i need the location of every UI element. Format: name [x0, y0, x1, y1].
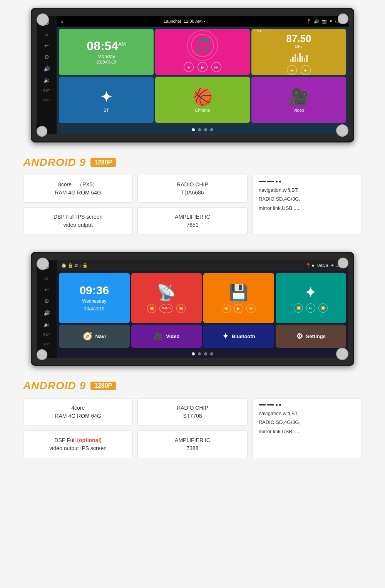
settings-side-btn-2[interactable]: ⚙: [44, 298, 49, 304]
settings-tile-2[interactable]: ⚙ Settings: [276, 325, 346, 348]
status-bar-1: ⌂ Launcher 12:00 AM • 📍 🔊 📷 ✕ ▭ ↩: [57, 16, 348, 27]
res-badge-2: 1280P: [90, 382, 116, 390]
spec-cpu-2: 4core RAM 4G ROM 64G: [23, 398, 133, 426]
video2-icon: 🎥: [153, 332, 163, 341]
camera-icon: 📷: [321, 19, 327, 24]
dot-3[interactable]: [204, 128, 207, 131]
radio-next-btn[interactable]: ⏭: [301, 65, 311, 75]
features-icons-2: [259, 404, 355, 406]
play-btn[interactable]: ▶: [198, 62, 208, 72]
optional-text: (optional): [77, 437, 102, 443]
back-side-btn[interactable]: ↩: [44, 43, 49, 48]
chrome-icon: 🏀: [192, 87, 213, 106]
r-prev-btn[interactable]: ⏪: [147, 304, 156, 313]
power-btn-2[interactable]: ⏻: [44, 264, 49, 269]
settings2-icon: ⚙: [296, 332, 303, 341]
dot-2[interactable]: [198, 128, 201, 131]
spec-amp-2: AMPLIFIER IC 7388: [137, 431, 247, 458]
launcher-grid-2: 09:36 Wednesday 10/4/2019 📡 ⏪ BAND ⏩: [57, 271, 348, 350]
m-prev-btn[interactable]: ⏪: [222, 304, 231, 313]
radio-tile[interactable]: FM1 87.50 MHz: [251, 29, 346, 75]
rst-btn-2[interactable]: RST: [43, 333, 50, 337]
vol-down-btn[interactable]: 🔉: [44, 77, 50, 83]
screw-bl-1: [37, 126, 47, 137]
home-side-btn[interactable]: ⌂: [45, 31, 48, 37]
bt2-icon: ✦: [304, 283, 317, 301]
dash-3: [259, 404, 266, 405]
power-btn[interactable]: ⏻: [44, 20, 49, 25]
res-badge-1: 1280P: [90, 158, 116, 167]
next-btn[interactable]: ⏭: [211, 62, 221, 72]
video-tile-2[interactable]: 🎥 Video: [131, 325, 202, 348]
bluetooth-tile-2[interactable]: ✦ Bluetooth: [203, 325, 274, 348]
android-header-2: ANDROID 9 1280P: [23, 380, 362, 392]
dash-2: [267, 181, 274, 182]
bluetooth-tile[interactable]: ✦ BT: [59, 77, 154, 123]
r-band-btn[interactable]: BAND: [159, 304, 173, 313]
radio-tile-2[interactable]: 📡 ⏪ BAND ⏩: [131, 273, 202, 323]
bt-next-btn[interactable]: ⏩: [318, 303, 328, 313]
spec-amp-1: AMPLIFIER IC 7851: [137, 207, 247, 235]
screw-tr-1: [338, 13, 348, 24]
bt-prev-btn[interactable]: ⏪: [294, 303, 303, 313]
navi-tile[interactable]: 🧭 Navi: [59, 325, 130, 348]
specs-section-1: ANDROID 9 1280P 8core （PX5） RAM 4G ROM 6…: [0, 150, 385, 244]
device-inner-1: ⏻ ⌂ ↩ ⚙ 🔊 🔉 RST MIC ⌂ Launcher 12:00 AM …: [37, 16, 348, 134]
back-side-btn-2[interactable]: ↩: [44, 287, 49, 292]
prev-btn[interactable]: ⏮: [184, 62, 194, 72]
specs-grid-1: 8core （PX5） RAM 4G ROM 64G RADIO CHIP TD…: [23, 175, 362, 235]
bt-label: BT: [104, 108, 109, 112]
dot-4[interactable]: [210, 128, 213, 131]
chrome-label: Chrome: [195, 108, 210, 112]
dot2-3[interactable]: [204, 352, 207, 355]
radio-controls: ⏮ ⏭: [287, 65, 311, 75]
device-2: ⏻ ⌂ ↩ ⚙ 🔊 🔉 RST MIC 🏠 🔒 ⇄ ↕ 🔒 📍★ 09:36 ☀…: [31, 252, 354, 366]
features-text-2: navigation,wifi,BT, RADIO,SD,4G/3G, mirr…: [259, 409, 355, 436]
media-tile-2[interactable]: 💾 ⏪ ▶ ⏩: [203, 273, 274, 323]
media-controls-2: ⏪ ▶ ⏩: [222, 304, 256, 313]
chrome-tile[interactable]: 🏀 Chrome: [155, 77, 250, 123]
r-next-btn[interactable]: ⏩: [176, 304, 186, 313]
dot2-4[interactable]: [210, 352, 213, 355]
home-side-btn-2[interactable]: ⌂: [45, 275, 48, 281]
radio-freq: 87.50: [286, 33, 311, 45]
clock-day: Monday: [97, 54, 115, 59]
mic-btn-2[interactable]: MIC: [44, 343, 50, 346]
navi-icon: 🧭: [83, 332, 92, 341]
dot2-2[interactable]: [198, 352, 201, 355]
volume-icon: 🔊: [314, 19, 319, 24]
m-next-btn[interactable]: ⏩: [246, 304, 256, 313]
bt-tile-2[interactable]: ✦ ⏪ ⏭ ⏩: [276, 273, 346, 323]
clock-day-2: Wednesday: [82, 298, 106, 304]
m-play-btn[interactable]: ▶: [234, 304, 243, 313]
side-buttons-1: ⏻ ⌂ ↩ ⚙ 🔊 🔉 RST MIC: [37, 16, 57, 134]
specs-grid-2: 4core RAM 4G ROM 64G RADIO CHIP ST7708 n…: [23, 398, 362, 458]
spec-features-2: navigation,wifi,BT, RADIO,SD,4G/3G, mirr…: [252, 398, 362, 458]
clock-time-2: 09:36: [79, 285, 109, 296]
mic-btn[interactable]: MIC: [44, 99, 50, 102]
location-icon: 📍: [306, 19, 311, 24]
features-icons: [259, 181, 355, 183]
music-tile[interactable]: 🎵 ⏮ ▶ ⏭: [155, 29, 250, 75]
usb-icon: 💾: [229, 283, 248, 302]
clock-date-2: 10/4/2019: [84, 306, 104, 312]
clock-ampm: AM: [118, 41, 126, 47]
vol-down-btn-2[interactable]: 🔉: [44, 322, 50, 327]
clock-tile-2[interactable]: 09:36 Wednesday 10/4/2019: [59, 273, 130, 323]
dash-1: [259, 181, 266, 182]
vol-up-btn-2[interactable]: 🔊: [44, 310, 50, 315]
dot-indicators-1: [57, 125, 348, 134]
dot-1[interactable]: [192, 128, 195, 131]
settings-side-btn[interactable]: ⚙: [44, 54, 49, 60]
bt-play-btn[interactable]: ⏭: [306, 303, 315, 313]
video-tile[interactable]: 🎥 Video: [251, 77, 346, 123]
rst-btn[interactable]: RST: [43, 89, 50, 92]
clock-tile[interactable]: 08:54 AM Monday 2019-08-19: [59, 29, 154, 75]
vol-up-btn[interactable]: 🔊: [44, 66, 50, 71]
video-label: Video: [293, 108, 304, 112]
dot2-1[interactable]: [192, 352, 195, 355]
radio-prev-btn[interactable]: ⏮: [287, 65, 297, 75]
radio-controls-2: ⏪ BAND ⏩: [147, 304, 186, 313]
dot-feat-4: [279, 404, 281, 406]
video-icon: 🎥: [289, 87, 309, 106]
